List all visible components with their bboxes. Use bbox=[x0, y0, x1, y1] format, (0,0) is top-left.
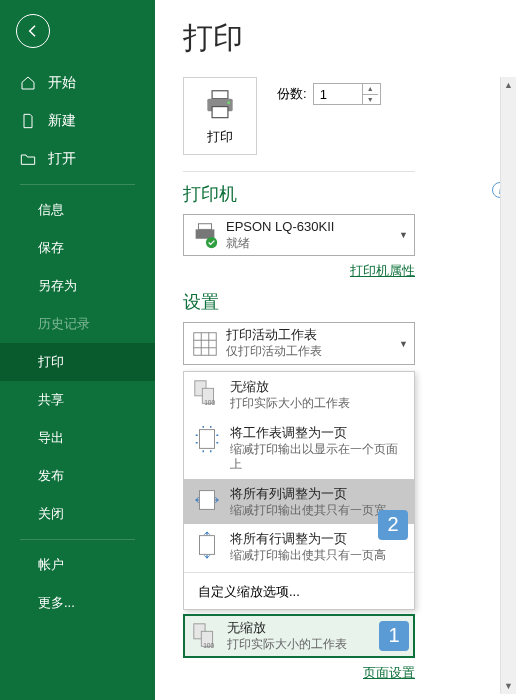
folder-open-icon bbox=[20, 151, 36, 167]
menu-separator bbox=[184, 572, 414, 573]
sidebar-item-history: 历史记录 bbox=[0, 305, 155, 343]
sidebar-item-label: 打印 bbox=[38, 353, 64, 371]
home-icon bbox=[20, 75, 36, 91]
scroll-region: 打印 份数: ▲ ▼ 打印机 i bbox=[183, 77, 516, 694]
sidebar-item-save[interactable]: 保存 bbox=[0, 229, 155, 267]
fit-columns-icon bbox=[192, 485, 222, 515]
printer-properties-link[interactable]: 打印机属性 bbox=[350, 263, 415, 278]
scroll-up-button[interactable]: ▲ bbox=[501, 77, 516, 93]
sidebar-item-label: 更多... bbox=[38, 594, 75, 612]
sidebar-item-home[interactable]: 开始 bbox=[0, 64, 155, 102]
sidebar-item-label: 开始 bbox=[48, 74, 76, 92]
sidebar-item-more[interactable]: 更多... bbox=[0, 584, 155, 622]
backstage-sidebar: 开始 新建 打开 信息 保存 另存为 历史记录 打印 共享 导出 发布 关闭 帐… bbox=[0, 0, 155, 700]
scaling-selector-subtitle: 打印实际大小的工作表 bbox=[227, 637, 394, 653]
svg-rect-17 bbox=[200, 536, 215, 555]
sidebar-item-label: 关闭 bbox=[38, 505, 64, 523]
print-button[interactable]: 打印 bbox=[183, 77, 257, 155]
svg-rect-7 bbox=[194, 332, 217, 355]
copies-up-button[interactable]: ▲ bbox=[363, 84, 378, 95]
sidebar-item-label: 导出 bbox=[38, 429, 64, 447]
sidebar-item-open[interactable]: 打开 bbox=[0, 140, 155, 178]
print-button-label: 打印 bbox=[207, 128, 233, 146]
printer-section-title: 打印机 bbox=[183, 182, 516, 206]
print-area-subtitle: 仅打印活动工作表 bbox=[226, 344, 395, 360]
scroll-down-button[interactable]: ▼ bbox=[501, 678, 516, 694]
sidebar-item-share[interactable]: 共享 bbox=[0, 381, 155, 419]
page-title: 打印 bbox=[183, 18, 516, 59]
print-area-selector[interactable]: 打印活动工作表 仅打印活动工作表 ▼ bbox=[183, 322, 415, 364]
scaling-menu: 100 无缩放 打印实际大小的工作表 将工作表调整为一页 缩减打印输出以显示在一… bbox=[183, 371, 415, 610]
no-scaling-icon: 100 bbox=[191, 621, 221, 651]
printer-ready-icon bbox=[190, 220, 220, 250]
scaling-option-fit-sheet[interactable]: 将工作表调整为一页 缩减打印输出以显示在一个页面上 bbox=[184, 418, 414, 479]
sidebar-separator bbox=[20, 539, 135, 540]
printer-name: EPSON LQ-630KII bbox=[226, 219, 395, 236]
scaling-selector-title: 无缩放 bbox=[227, 620, 394, 637]
callout-1: 1 bbox=[379, 621, 409, 651]
back-arrow-icon bbox=[25, 23, 41, 39]
scaling-option-subtitle: 缩减打印输出以显示在一个页面上 bbox=[230, 442, 406, 473]
callout-2: 2 bbox=[378, 510, 408, 540]
page-setup-link[interactable]: 页面设置 bbox=[363, 665, 415, 680]
sidebar-item-label: 信息 bbox=[38, 201, 64, 219]
sidebar-item-label: 新建 bbox=[48, 112, 76, 130]
printer-selector[interactable]: EPSON LQ-630KII 就绪 ▼ bbox=[183, 214, 415, 256]
copies-down-button[interactable]: ▼ bbox=[363, 95, 378, 105]
sidebar-item-print[interactable]: 打印 bbox=[0, 343, 155, 381]
scaling-option-subtitle: 缩减打印输出使其只有一页宽 bbox=[230, 503, 386, 519]
svg-point-3 bbox=[227, 101, 230, 104]
svg-rect-15 bbox=[200, 429, 215, 448]
sidebar-item-label: 另存为 bbox=[38, 277, 77, 295]
scaling-selector[interactable]: 100 无缩放 打印实际大小的工作表 ▼ 1 bbox=[183, 614, 415, 658]
svg-text:100: 100 bbox=[204, 399, 215, 406]
copies-label: 份数: bbox=[277, 85, 307, 103]
copies-stepper[interactable]: ▲ ▼ bbox=[313, 83, 381, 105]
scaling-option-title: 无缩放 bbox=[230, 378, 350, 396]
sidebar-separator bbox=[20, 184, 135, 185]
print-area-title: 打印活动工作表 bbox=[226, 327, 395, 344]
sidebar-item-publish[interactable]: 发布 bbox=[0, 457, 155, 495]
sidebar-item-label: 帐户 bbox=[38, 556, 64, 574]
fit-rows-icon bbox=[192, 530, 222, 560]
sheets-icon bbox=[190, 329, 220, 359]
scroll-track[interactable] bbox=[501, 93, 516, 678]
settings-section-title: 设置 bbox=[183, 290, 516, 314]
sidebar-item-info[interactable]: 信息 bbox=[0, 191, 155, 229]
svg-rect-0 bbox=[212, 91, 228, 99]
print-panel: 打印 打印 份数: ▲ ▼ bbox=[155, 0, 522, 700]
svg-rect-5 bbox=[198, 224, 211, 230]
scaling-option-subtitle: 缩减打印输出使其只有一页高 bbox=[230, 548, 386, 564]
svg-rect-2 bbox=[212, 107, 228, 118]
sidebar-item-saveas[interactable]: 另存为 bbox=[0, 267, 155, 305]
sidebar-item-account[interactable]: 帐户 bbox=[0, 546, 155, 584]
sidebar-item-label: 发布 bbox=[38, 467, 64, 485]
sidebar-item-export[interactable]: 导出 bbox=[0, 419, 155, 457]
svg-text:100: 100 bbox=[203, 642, 214, 649]
sidebar-item-close[interactable]: 关闭 bbox=[0, 495, 155, 533]
section-separator bbox=[183, 171, 415, 172]
vertical-scrollbar[interactable]: ▲ ▼ bbox=[500, 77, 516, 694]
no-scaling-icon: 100 bbox=[192, 378, 222, 408]
chevron-down-icon: ▼ bbox=[399, 339, 408, 349]
sidebar-item-label: 打开 bbox=[48, 150, 76, 168]
sidebar-item-label: 共享 bbox=[38, 391, 64, 409]
scaling-option-title: 将所有列调整为一页 bbox=[230, 485, 386, 503]
printer-status: 就绪 bbox=[226, 236, 395, 252]
scaling-option-subtitle: 打印实际大小的工作表 bbox=[230, 396, 350, 412]
scaling-custom-options[interactable]: 自定义缩放选项... bbox=[184, 575, 414, 609]
file-icon bbox=[20, 113, 36, 129]
printer-icon bbox=[201, 86, 239, 124]
scaling-option-no-scaling[interactable]: 100 无缩放 打印实际大小的工作表 bbox=[184, 372, 414, 418]
copies-input[interactable] bbox=[314, 84, 362, 104]
back-button[interactable] bbox=[16, 14, 50, 48]
scaling-option-title: 将所有行调整为一页 bbox=[230, 530, 386, 548]
chevron-down-icon: ▼ bbox=[399, 230, 408, 240]
sidebar-item-new[interactable]: 新建 bbox=[0, 102, 155, 140]
svg-rect-16 bbox=[200, 490, 215, 509]
sidebar-item-label: 历史记录 bbox=[38, 315, 90, 333]
fit-sheet-icon bbox=[192, 424, 222, 454]
sidebar-item-label: 保存 bbox=[38, 239, 64, 257]
scaling-option-title: 将工作表调整为一页 bbox=[230, 424, 406, 442]
